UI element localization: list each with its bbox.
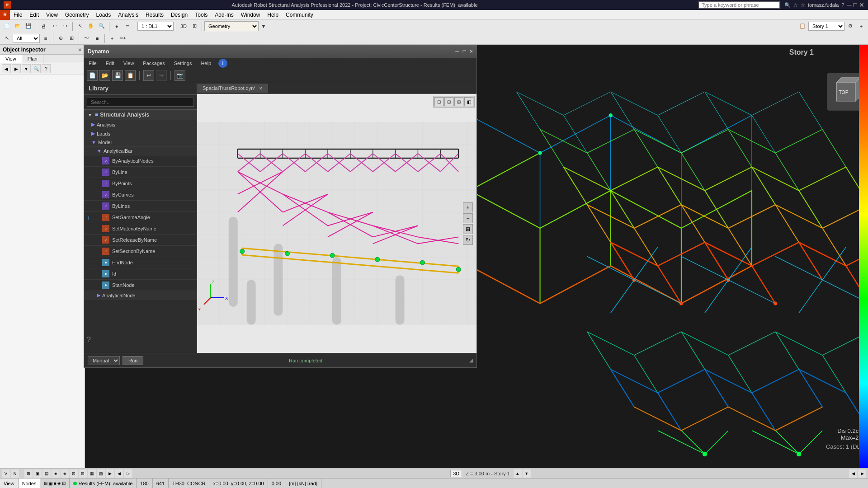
bt8[interactable]: ▦ [88, 469, 96, 478]
tab-close[interactable]: × [259, 85, 262, 91]
add-bar[interactable]: ━+ [118, 33, 128, 43]
new-btn[interactable]: 📄 [2, 21, 12, 31]
si4[interactable]: ◈ [57, 481, 61, 486]
redo-btn[interactable]: ↪ [60, 21, 70, 31]
menu-design[interactable]: Design [167, 11, 191, 19]
help-icon[interactable]: ? [841, 2, 844, 8]
menu-results[interactable]: Results [142, 11, 167, 19]
select-btn[interactable]: ↖ [75, 21, 85, 31]
search-input[interactable] [698, 1, 780, 9]
case-dropdown[interactable]: 1 : DL1 [137, 22, 174, 31]
status-view-tab[interactable]: View [0, 479, 19, 488]
dyn-redo-btn[interactable]: ↪ [156, 70, 167, 81]
status-nodes-tab[interactable]: Nodes [19, 479, 41, 488]
lib-model[interactable]: ▼ Model [84, 138, 197, 147]
story-add[interactable]: + [856, 21, 866, 31]
lib-item-setrel[interactable]: ⟋ SetReleaseByName [84, 235, 197, 246]
dyn-screenshot-btn[interactable]: 📷 [175, 70, 185, 81]
bt12[interactable]: ▷ [124, 469, 132, 478]
undo-btn[interactable]: ↩ [49, 21, 59, 31]
bt10[interactable]: ▶ [106, 469, 114, 478]
lib-structural-analysis[interactable]: ▼ ■ Structural Analysis [84, 110, 197, 120]
lib-item-setsec[interactable]: ⟋ SetSectionByName [84, 246, 197, 257]
menu-analysis[interactable]: Analysis [114, 11, 142, 19]
story-icon[interactable]: 📋 [797, 21, 807, 31]
scroll-right[interactable]: ▶ [858, 469, 866, 478]
lib-item-startnode[interactable]: ● StartNode [84, 280, 197, 291]
dynamo-menu-file[interactable]: File [84, 60, 101, 67]
tab-plan[interactable]: Plan [22, 55, 43, 63]
3d-view-btn[interactable]: 3D [179, 21, 189, 31]
node-btn[interactable]: ● [112, 21, 122, 31]
lib-loads[interactable]: ▶ Loads [84, 129, 197, 138]
zoom-btn[interactable]: 🔍 [97, 21, 107, 31]
dynamo-minimize[interactable]: ─ [455, 48, 459, 55]
maximize-btn[interactable]: □ [854, 1, 857, 9]
stress-btn[interactable]: ■ [92, 33, 102, 43]
panel-close-btn[interactable]: × [78, 46, 82, 53]
lib-item-endnode[interactable]: ● EndNode [84, 257, 197, 268]
lib-item-byline[interactable]: ⟋ ByLine [84, 167, 197, 178]
run-mode-select[interactable]: Manual [88, 356, 120, 365]
lib-item-setgamma[interactable]: ⟋ SetGammaAngle [84, 212, 197, 223]
vp-bg-btn[interactable]: ◧ [464, 97, 473, 106]
lib-item-id[interactable]: ● Id [84, 268, 197, 280]
nav-fit-btn[interactable]: ⊞ [463, 224, 473, 234]
dyn-new-btn[interactable]: 📄 [87, 70, 98, 81]
lib-item-bycurves[interactable]: ⟋ ByCurves [84, 189, 197, 201]
menu-help[interactable]: Help [264, 11, 282, 19]
tab-view[interactable]: View [0, 55, 22, 63]
menu-view[interactable]: View [42, 11, 61, 19]
dropdown-arrow[interactable]: ▼ [259, 21, 269, 31]
dynamo-menu-help[interactable]: Help [196, 60, 216, 67]
bt3[interactable]: ▤ [42, 469, 51, 478]
nav-rotate-btn[interactable]: ↻ [463, 235, 473, 245]
si5[interactable]: ⊡ [62, 481, 66, 486]
lib-item-setmat[interactable]: ⟋ SetMaterialByName [84, 223, 197, 235]
insp-prev-btn[interactable]: ◀ [2, 64, 11, 73]
dyn-open-btn[interactable]: 📂 [99, 70, 110, 81]
z-up-btn[interactable]: ▲ [514, 469, 522, 478]
pan-btn[interactable]: ✋ [86, 21, 96, 31]
nav-down-btn[interactable]: − [463, 213, 473, 223]
vp-view2-btn[interactable]: ⊟ [444, 97, 453, 106]
lib-analytical-bar[interactable]: ▼ AnalyticalBar [84, 147, 197, 155]
bt9[interactable]: ▧ [97, 469, 105, 478]
si1[interactable]: ⊞ [44, 481, 47, 486]
dynamo-info-btn[interactable]: i [218, 59, 227, 68]
lib-analysis[interactable]: ▶ Analysis [84, 120, 197, 129]
dyn-undo-btn[interactable]: ↩ [143, 70, 154, 81]
close-btn[interactable]: ✕ [859, 1, 864, 9]
menu-tools[interactable]: Tools [191, 11, 211, 19]
si3[interactable]: ■ [53, 481, 56, 486]
menu-loads[interactable]: Loads [93, 11, 115, 19]
dynamo-menu-settings[interactable]: Settings [170, 60, 197, 67]
story-settings[interactable]: ⚙ [845, 21, 855, 31]
dynamo-menu-view[interactable]: View [119, 60, 139, 67]
dynamo-maximize[interactable]: □ [463, 48, 466, 55]
insp-filter-btn[interactable]: ▼ [22, 64, 31, 73]
bt1[interactable]: ⊞ [24, 469, 33, 478]
insp-search-btn[interactable]: 🔍 [32, 64, 41, 73]
open-btn[interactable]: 📂 [13, 21, 23, 31]
insp-help-btn[interactable]: ? [42, 64, 51, 73]
resize-handle-dynamo[interactable]: ◢ [469, 357, 473, 363]
si2[interactable]: ▣ [48, 481, 52, 486]
dynamo-menu-edit[interactable]: Edit [101, 60, 119, 67]
menu-geometry[interactable]: Geometry [61, 11, 93, 19]
select-filter-dropdown[interactable]: All [13, 34, 40, 43]
dynamo-menu-packages[interactable]: Packages [138, 60, 169, 67]
save-btn[interactable]: 💾 [24, 21, 33, 31]
bt5[interactable]: ◈ [61, 469, 69, 478]
dynamo-search-input[interactable] [87, 98, 194, 107]
z-down-btn[interactable]: ▼ [523, 469, 531, 478]
menu-addins[interactable]: Add-Ins [211, 11, 237, 19]
menu-file[interactable]: File [10, 11, 26, 19]
snap-btn[interactable]: ⊕ [56, 33, 66, 43]
bt7[interactable]: ⊟ [79, 469, 87, 478]
nodes-icon[interactable]: N [11, 469, 19, 478]
geometry-dropdown[interactable]: Geometry [204, 21, 259, 31]
menu-window[interactable]: Window [237, 11, 264, 19]
bar-btn[interactable]: ━ [123, 21, 132, 31]
properties-btn[interactable]: ≡ [41, 33, 51, 43]
